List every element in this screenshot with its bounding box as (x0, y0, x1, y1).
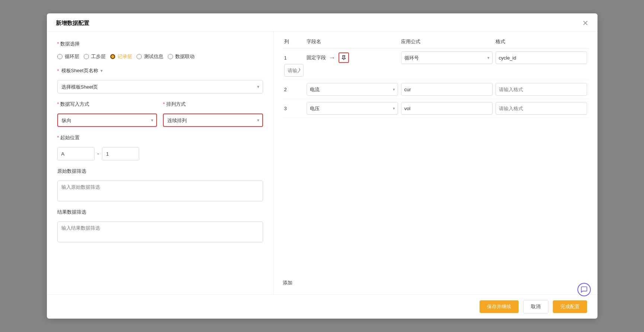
result-filter-section: 结果数据筛选 (57, 209, 263, 242)
start-col-input[interactable] (57, 147, 94, 160)
row2-formula-cell (400, 83, 494, 96)
raw-filter-label: 原始数据筛选 (57, 168, 263, 175)
add-link[interactable]: 添加 (283, 278, 292, 288)
row1-col: 1 (283, 55, 305, 61)
row2-field-select-wrapper: 循环号 电流 电压 容量 时间 (307, 83, 398, 96)
data-select-section: 数据选择 循环层 工步层 记录层 测试信息 (57, 41, 263, 60)
row1-format-input[interactable] (284, 64, 304, 77)
row3-formula-input[interactable] (401, 102, 493, 115)
row1-formula-cell (494, 51, 589, 64)
row1-field-select[interactable]: 循环号 电流 电压 容量 时间 (401, 51, 493, 64)
modal-footer: 保存并继续 取消 完成配置 (47, 294, 597, 319)
radio-data-link[interactable]: 数据联动 (168, 53, 195, 60)
template-sheet-select[interactable]: 选择模板Sheet页 (57, 80, 263, 93)
row2-formula-input[interactable] (401, 83, 493, 96)
col-header: 列 (283, 38, 305, 45)
row3-format-input[interactable] (496, 102, 587, 115)
right-panel: 列 字段名 应用公式 格式 1 固定字段 → (274, 32, 597, 294)
template-sheet-label: 模板Sheet页名称 (61, 67, 98, 74)
start-position-row: - (57, 147, 263, 160)
row1-field-select-cell: 循环号 电流 电压 容量 时间 (400, 51, 494, 64)
modal-overlay: 新增数据配置 ✕ 数据选择 循环层 工步层 (0, 0, 644, 332)
complete-button[interactable]: 完成配置 (553, 300, 587, 313)
start-position-label: 起始位置 (57, 134, 263, 141)
add-link-section: 添加 (283, 269, 589, 288)
radio-cycle[interactable]: 循环层 (57, 53, 79, 60)
modal-header: 新增数据配置 ✕ (47, 13, 597, 32)
row1-formula-input[interactable] (496, 51, 587, 64)
write-method-select[interactable]: 纵向 横向 (57, 114, 157, 127)
format-header: 格式 (494, 38, 589, 45)
template-sheet-select-wrapper: 选择模板Sheet页 (57, 80, 263, 93)
row1-format-cell (283, 64, 305, 77)
fixed-field-label: 固定字段 (307, 54, 326, 61)
table-body: 1 固定字段 → 循环号 电流 (283, 48, 589, 269)
raw-filter-section: 原始数据筛选 (57, 168, 263, 201)
table-header: 列 字段名 应用公式 格式 (283, 38, 589, 48)
close-button[interactable]: ✕ (582, 19, 589, 27)
row3-field-select-cell: 循环号 电流 电压 容量 时间 (305, 102, 400, 115)
sort-method-section: 排列方式 连续排列 间隔排列 (163, 101, 263, 127)
chevron-down-icon: ▾ (100, 68, 103, 73)
row3-col: 3 (283, 106, 305, 111)
row3-field-select-wrapper: 循环号 电流 电压 容量 时间 (307, 102, 398, 115)
write-method-section: 数据写入方式 纵向 横向 (57, 101, 157, 127)
row2-col: 2 (283, 87, 305, 92)
data-select-label: 数据选择 (57, 41, 263, 47)
modal: 新增数据配置 ✕ 数据选择 循环层 工步层 (47, 13, 597, 319)
start-row-input[interactable] (102, 147, 139, 160)
write-sort-row: 数据写入方式 纵向 横向 排列方式 连续排列 (57, 101, 263, 127)
write-method-select-wrapper: 纵向 横向 (57, 114, 157, 127)
cancel-button[interactable]: 取消 (523, 300, 548, 313)
table-row: 3 循环号 电流 电压 容量 时间 (283, 99, 589, 118)
radio-test-info[interactable]: 测试信息 (137, 53, 163, 60)
sort-method-select[interactable]: 连续排列 间隔排列 (163, 114, 263, 127)
modal-title: 新增数据配置 (56, 20, 89, 27)
row1-field-cell: 固定字段 → (305, 52, 400, 63)
row2-format-cell (494, 83, 589, 96)
result-filter-label: 结果数据筛选 (57, 209, 263, 216)
field-name-header: 字段名 (305, 38, 400, 45)
modal-body: 数据选择 循环层 工步层 记录层 测试信息 (47, 32, 597, 294)
radio-record[interactable]: 记录层 (110, 53, 132, 60)
chat-icon[interactable] (577, 283, 591, 294)
raw-filter-textarea[interactable] (57, 181, 263, 201)
radio-step[interactable]: 工步层 (84, 53, 106, 60)
row1-field-select-wrapper: 循环号 电流 电压 容量 时间 (401, 51, 493, 64)
arrow-right-icon: → (329, 54, 336, 62)
start-position-section: 起始位置 - (57, 134, 263, 160)
row3-format-cell (494, 102, 589, 115)
pin-button[interactable] (339, 52, 349, 63)
write-method-label: 数据写入方式 (57, 101, 157, 108)
row2-field-select[interactable]: 循环号 电流 电压 容量 时间 (307, 83, 398, 96)
row2-field-select-cell: 循环号 电流 电压 容量 时间 (305, 83, 400, 96)
row3-field-select[interactable]: 循环号 电流 电压 容量 时间 (307, 102, 398, 115)
save-continue-button[interactable]: 保存并继续 (480, 300, 519, 313)
template-sheet-section: 模板Sheet页名称 ▾ 选择模板Sheet页 (57, 67, 263, 93)
result-filter-textarea[interactable] (57, 221, 263, 242)
radio-group: 循环层 工步层 记录层 测试信息 数据联动 (57, 53, 263, 60)
row3-formula-cell (400, 102, 494, 115)
formula-header: 应用公式 (400, 38, 494, 45)
sort-method-select-wrapper: 连续排列 间隔排列 (163, 114, 263, 127)
dash-separator: - (97, 151, 99, 157)
table-row: 1 固定字段 → 循环号 电流 (283, 48, 589, 80)
row2-format-input[interactable] (496, 83, 587, 96)
table-row: 2 循环号 电流 电压 容量 时间 (283, 80, 589, 99)
left-panel: 数据选择 循环层 工步层 记录层 测试信息 (47, 32, 274, 294)
sort-method-label: 排列方式 (163, 101, 263, 108)
